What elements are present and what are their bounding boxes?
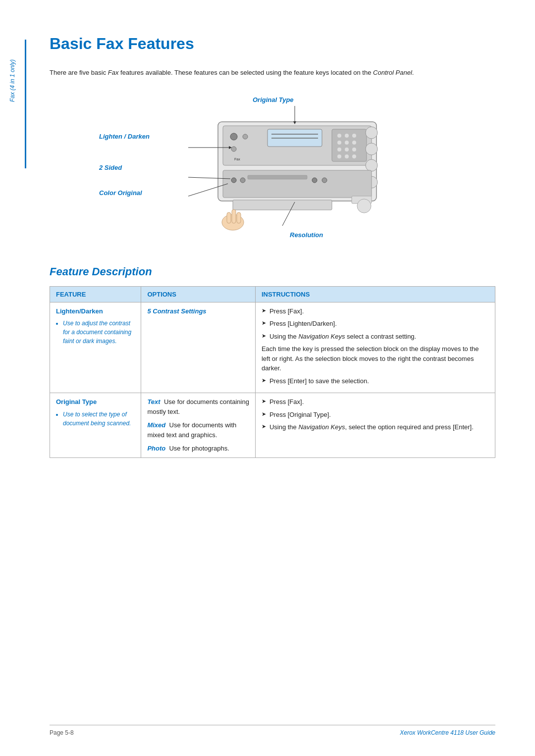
svg-point-5: [230, 133, 237, 140]
svg-point-18: [337, 154, 341, 158]
page-container: Fax (4 in 1 only) Basic Fax Features The…: [0, 0, 535, 756]
col-header-feature: FEATURE: [50, 286, 141, 302]
svg-point-10: [345, 134, 349, 138]
label-2sided: 2 Sided: [99, 164, 122, 171]
svg-point-27: [231, 178, 236, 183]
label-lighten-darken: Lighten / Darken: [99, 133, 150, 140]
svg-point-21: [366, 127, 377, 139]
svg-rect-36: [227, 212, 231, 223]
section-heading: Feature Description: [50, 265, 495, 278]
svg-rect-25: [223, 170, 372, 198]
svg-point-9: [337, 134, 341, 138]
machine-diagram: Fax: [188, 102, 396, 236]
svg-point-23: [366, 159, 377, 171]
footer-product: Xerox WorkCentre 4118 User Guide: [400, 729, 495, 736]
feature-lighten-darken: Lighten/Darken Use to adjust the contras…: [50, 302, 141, 393]
svg-rect-31: [233, 200, 332, 210]
label-color-original: Color Original: [99, 189, 142, 197]
options-lighten-darken: 5 Contrast Settings: [141, 302, 256, 393]
svg-rect-38: [237, 212, 241, 223]
page-title: Basic Fax Features: [50, 35, 495, 53]
svg-point-19: [345, 154, 349, 158]
options-original-type: Text Use for documents containing mostly…: [141, 393, 256, 458]
left-border-decoration: [25, 40, 26, 168]
svg-point-15: [337, 148, 341, 151]
svg-point-29: [312, 178, 317, 183]
table-row: Original Type Use to select the type of …: [50, 393, 495, 458]
svg-point-7: [231, 147, 236, 151]
col-header-options: OPTIONS: [141, 286, 256, 302]
svg-point-13: [345, 141, 349, 145]
svg-point-20: [352, 154, 356, 158]
feature-original-type: Original Type Use to select the type of …: [50, 393, 141, 458]
svg-point-11: [352, 134, 356, 138]
svg-point-28: [240, 178, 245, 183]
feature-table: FEATURE OPTIONS INSTRUCTIONS Lighten/Dar…: [50, 286, 495, 458]
svg-point-30: [322, 178, 327, 183]
instructions-lighten-darken: Press [Fax]. Press [Lighten/Darken]. Usi…: [255, 302, 495, 393]
svg-point-17: [352, 148, 356, 151]
svg-rect-37: [232, 209, 236, 223]
instruction-para-lighten: Each time the key is pressed the selecti…: [262, 344, 489, 373]
svg-point-6: [243, 134, 248, 139]
footer-page: Page 5-8: [50, 729, 74, 736]
svg-point-33: [357, 199, 371, 213]
svg-text:Fax: Fax: [234, 157, 240, 161]
svg-rect-26: [248, 175, 307, 179]
svg-point-16: [345, 148, 349, 151]
table-row: Lighten/Darken Use to adjust the contras…: [50, 302, 495, 393]
col-header-instructions: INSTRUCTIONS: [255, 286, 495, 302]
svg-rect-8: [332, 129, 367, 161]
intro-text: There are five basic Fax features availa…: [50, 68, 456, 78]
instructions-original-type: Press [Fax]. Press [Original Type]. Usin…: [255, 393, 495, 458]
sidebar-label: Fax (4 in 1 only): [9, 59, 20, 102]
svg-point-22: [366, 143, 377, 155]
footer: Page 5-8 Xerox WorkCentre 4118 User Guid…: [50, 725, 495, 736]
diagram-area: Original Type Lighten / Darken 2 Sided C…: [99, 92, 446, 246]
svg-point-12: [337, 141, 341, 145]
svg-point-14: [352, 141, 356, 145]
